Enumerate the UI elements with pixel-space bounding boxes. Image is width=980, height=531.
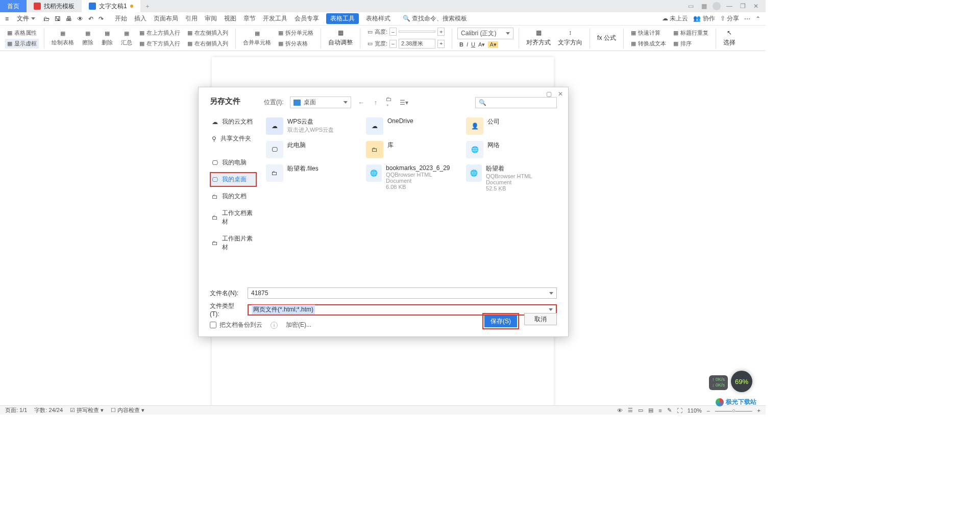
height-dec[interactable]: –: [389, 28, 397, 36]
avatar-icon[interactable]: [713, 2, 721, 10]
menu-table-tools[interactable]: 表格工具: [326, 13, 359, 24]
close-icon[interactable]: ✕: [751, 3, 761, 10]
width-value[interactable]: 2.38厘米: [399, 39, 435, 49]
merge-cells[interactable]: ▦合并单元格: [241, 29, 273, 47]
layout-icon[interactable]: ▭: [686, 3, 695, 10]
apps-icon[interactable]: ▦: [699, 3, 708, 10]
menu-start[interactable]: 开始: [115, 14, 127, 23]
side-desktop[interactable]: 🖵 我的桌面: [210, 172, 257, 187]
tab-document[interactable]: 文字文稿1: [82, 0, 140, 12]
dialog-maximize-icon[interactable]: ▢: [546, 90, 552, 98]
insert-row-below[interactable]: ▦ 在下方插入行: [137, 39, 182, 49]
page-indicator[interactable]: 页面: 1/1: [5, 406, 27, 414]
spell-check[interactable]: ☑ 拼写检查 ▾: [70, 406, 104, 414]
side-my-pc[interactable]: 🖵 我的电脑: [210, 155, 257, 170]
filename-input[interactable]: 41875: [248, 287, 557, 299]
file-item[interactable]: ☁OneDrive: [364, 115, 455, 137]
minimize-icon[interactable]: —: [725, 3, 734, 10]
view-icon[interactable]: ☰▾: [400, 99, 408, 107]
expand-icon[interactable]: ⌃: [755, 15, 761, 22]
menu-vip[interactable]: 会员专享: [295, 14, 319, 23]
width-inc[interactable]: +: [437, 40, 445, 48]
side-cloud-docs[interactable]: ☁ 我的云文档: [210, 114, 257, 129]
tab-home[interactable]: 首页: [0, 0, 27, 12]
fit-icon[interactable]: ⛶: [677, 407, 682, 414]
highlight-button[interactable]: A▾: [488, 41, 498, 48]
draw-table[interactable]: ▦绘制表格: [50, 29, 76, 47]
file-item[interactable]: 🗀盼望着.files: [264, 162, 355, 194]
split-cells[interactable]: ▦ 拆分单元格: [276, 28, 315, 38]
erase[interactable]: ▦擦除: [80, 29, 95, 47]
zoom-in[interactable]: +: [757, 407, 761, 414]
file-item[interactable]: 🗀库: [364, 139, 455, 160]
preview-icon[interactable]: 👁: [77, 15, 83, 22]
insert-col-right[interactable]: ▦ 在右侧插入列: [185, 39, 230, 49]
word-count[interactable]: 字数: 24/24: [34, 406, 63, 414]
coop-button[interactable]: 👥 协作: [693, 14, 715, 23]
view-page-icon[interactable]: ▭: [638, 407, 643, 414]
new-folder-icon[interactable]: 🗀⁺: [386, 99, 394, 107]
formula-button[interactable]: fx 公式: [595, 33, 618, 43]
menu-view[interactable]: 视图: [224, 14, 236, 23]
reader-icon[interactable]: ✎: [667, 407, 672, 414]
dialog-search[interactable]: 🔍: [475, 97, 557, 108]
zoom-out[interactable]: –: [707, 407, 710, 414]
file-item[interactable]: 🖵此电脑: [264, 139, 355, 160]
view-eye-icon[interactable]: 👁: [617, 407, 623, 414]
bold-button[interactable]: B: [459, 41, 463, 47]
maximize-icon[interactable]: ❐: [738, 3, 747, 10]
encrypt-link[interactable]: 加密(E)...: [286, 321, 311, 329]
align-dropdown[interactable]: ▦对齐方式: [524, 28, 553, 48]
font-color-button[interactable]: A▾: [478, 41, 485, 48]
underline-button[interactable]: U: [471, 41, 475, 47]
view-web-icon[interactable]: ▤: [648, 407, 653, 414]
side-my-docs[interactable]: 🗀 我的文档: [210, 189, 257, 204]
view-list-icon[interactable]: ☰: [628, 407, 633, 414]
up-icon[interactable]: ↑: [372, 99, 380, 107]
insert-col-left[interactable]: ▦ 在左侧插入列: [185, 28, 230, 38]
tab-template[interactable]: 找稻壳模板: [27, 0, 82, 12]
menu-chapter[interactable]: 章节: [243, 14, 256, 23]
save-icon[interactable]: 🖫: [55, 15, 61, 22]
dialog-close-icon[interactable]: ✕: [558, 90, 563, 98]
side-mat1[interactable]: 🗀 工作文档素材: [210, 206, 257, 229]
file-item[interactable]: 🌐bookmarks_2023_6_29QQBrowser HTML Docum…: [364, 162, 455, 194]
show-gridlines[interactable]: ▦ 显示虚框: [5, 39, 39, 49]
more-icon[interactable]: ⋯: [744, 15, 750, 22]
file-menu[interactable]: 文件: [14, 14, 38, 23]
file-item[interactable]: ☁WPS云盘双击进入WPS云盘: [264, 115, 355, 137]
share-button[interactable]: ⇪ 分享: [720, 14, 739, 23]
file-item[interactable]: 👤公司: [464, 115, 555, 137]
cloud-status[interactable]: ☁ 未上云: [662, 14, 688, 23]
zoom-slider[interactable]: ———○———: [715, 407, 752, 414]
font-selector[interactable]: Calibri (正文): [457, 28, 513, 39]
italic-button[interactable]: I: [467, 41, 468, 47]
select-dropdown[interactable]: ↖选择: [721, 28, 738, 48]
height-inc[interactable]: +: [437, 28, 445, 36]
save-button[interactable]: 保存(S): [484, 315, 517, 327]
view-outline-icon[interactable]: ≡: [658, 407, 662, 414]
convert-to-text[interactable]: ▦ 转换成文本: [629, 39, 668, 49]
command-search[interactable]: 🔍 查找命令、搜索模板: [403, 14, 467, 23]
location-selector[interactable]: 桌面: [290, 96, 351, 108]
delete[interactable]: ▦删除: [100, 29, 115, 47]
backup-checkbox[interactable]: 把文档备份到云: [210, 321, 262, 329]
autofit[interactable]: ▦自动调整: [326, 28, 355, 48]
menu-icon[interactable]: ≡: [5, 15, 9, 22]
backup-info-icon[interactable]: i: [271, 322, 278, 329]
side-mat2[interactable]: 🗀 工作图片素材: [210, 231, 257, 255]
split-table[interactable]: ▦ 拆分表格: [276, 39, 315, 49]
accelerator-bubble[interactable]: 69%: [731, 371, 752, 392]
cancel-button[interactable]: 取消: [524, 313, 557, 325]
undo-icon[interactable]: ↶: [88, 15, 93, 22]
redo-icon[interactable]: ↷: [99, 15, 104, 22]
open-icon[interactable]: 🗁: [43, 15, 50, 22]
text-direction[interactable]: ↕文字方向: [556, 28, 584, 48]
menu-layout[interactable]: 页面布局: [154, 14, 178, 23]
insert-row-above[interactable]: ▦ 在上方插入行: [137, 28, 182, 38]
back-icon[interactable]: ←: [357, 99, 365, 107]
menu-insert[interactable]: 插入: [134, 14, 146, 23]
print-icon[interactable]: 🖶: [66, 15, 72, 22]
width-dec[interactable]: –: [389, 40, 397, 48]
menu-table-style[interactable]: 表格样式: [366, 14, 390, 23]
